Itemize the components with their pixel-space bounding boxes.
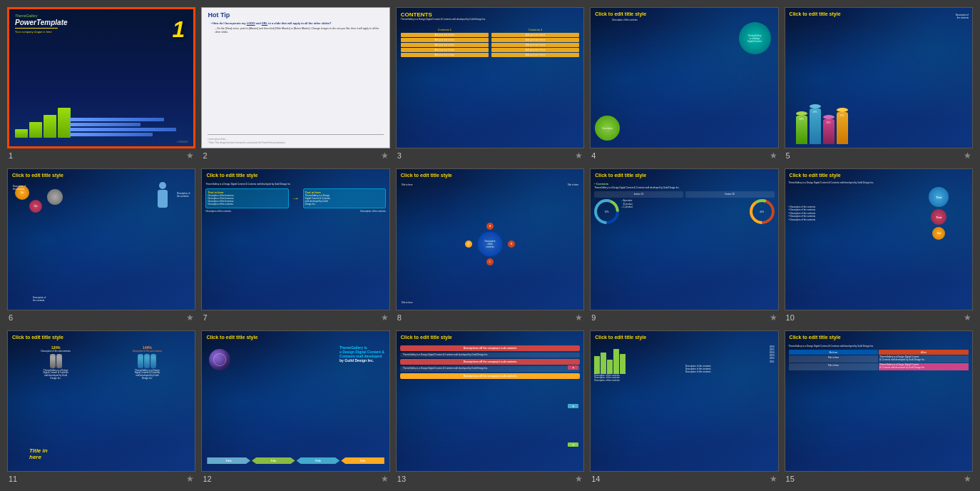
slide-footer-11: 11 ★	[7, 472, 195, 486]
slide-star-4[interactable]: ★	[770, 151, 777, 161]
slide-footer-7: 7 ★	[201, 310, 389, 325]
slide-footer-4: 4 ★	[590, 148, 778, 163]
slide-footer-10: 10 ★	[785, 310, 973, 325]
slide-thumb-13[interactable]: Click to edit title style Descriptions o…	[396, 330, 584, 472]
slide-footer-15: 15 ★	[785, 472, 973, 486]
slide-number-13: 13	[397, 475, 406, 483]
slide-thumb-10[interactable]: Click to edit title style ThemeGallery i…	[785, 168, 973, 310]
slide-thumb-12[interactable]: Click to edit title style ThemeGallery i…	[201, 330, 389, 472]
slide-number-5: 5	[786, 151, 790, 160]
slide-star-13[interactable]: ★	[575, 474, 583, 484]
slide-star-14[interactable]: ★	[770, 474, 777, 484]
slide-thumb-6[interactable]: Click to edit title style Title Title	[7, 168, 195, 310]
slide-item-6[interactable]: Click to edit title style Title Title	[7, 168, 195, 324]
slide-thumb-3[interactable]: CONTENTS ThemeGallery is a Design Digita…	[396, 7, 584, 148]
slide-footer-12: 12 ★	[201, 472, 389, 486]
slide-thumb-5[interactable]: Click to edit title style 38% 50% 35% 4	[785, 7, 973, 148]
slide-star-8[interactable]: ★	[575, 313, 583, 323]
slide-thumb-11[interactable]: Click to edit title style 120% Descripti…	[7, 330, 195, 472]
slide-star-12[interactable]: ★	[381, 474, 389, 484]
slide-footer-1: 1 ★	[7, 148, 195, 163]
slide-number-2: 2	[203, 151, 207, 160]
slide-footer-3: 3 ★	[396, 148, 584, 163]
slide-number-4: 4	[591, 151, 596, 160]
slide-star-5[interactable]: ★	[964, 151, 971, 161]
slide-star-11[interactable]: ★	[186, 474, 194, 484]
slide-footer-9: 9 ★	[590, 310, 778, 325]
slide-thumb-15[interactable]: Click to edit title style ThemeGallery i…	[785, 330, 973, 472]
slide-item-5[interactable]: Click to edit title style 38% 50% 35% 4	[785, 7, 973, 163]
slide-number-10: 10	[786, 313, 795, 322]
slide-grid: ThemeGallery PowerTemplate Your company …	[7, 7, 973, 486]
slide-thumb-2[interactable]: Hot Tip • How do I Incorporate my LOGO a…	[201, 7, 389, 148]
slide-star-15[interactable]: ★	[964, 474, 971, 484]
slide-star-6[interactable]: ★	[186, 313, 194, 323]
slide-number-15: 15	[786, 475, 795, 483]
slide-number-14: 14	[591, 475, 600, 483]
slide-footer-8: 8 ★	[396, 310, 584, 325]
slide-item-3[interactable]: CONTENTS ThemeGallery is a Design Digita…	[396, 7, 584, 163]
slide-thumb-14[interactable]: Click to edit title style Description of…	[590, 330, 778, 472]
slide-star-10[interactable]: ★	[964, 313, 971, 323]
slide-footer-14: 14 ★	[590, 472, 778, 486]
slide-item-11[interactable]: Click to edit title style 120% Descripti…	[7, 330, 195, 486]
slide-item-14[interactable]: Click to edit title style Description of…	[590, 330, 778, 486]
slide-thumb-4[interactable]: Click to edit title style ThemeGalleryis…	[590, 7, 778, 148]
slide-number-7: 7	[203, 313, 207, 322]
slide-item-9[interactable]: Click to edit title style • Contents The…	[590, 168, 778, 324]
slide-footer-5: 5 ★	[785, 148, 973, 163]
slide-item-15[interactable]: Click to edit title style ThemeGallery i…	[785, 330, 973, 486]
slide-number-9: 9	[591, 313, 596, 322]
slide-item-2[interactable]: Hot Tip • How do I Incorporate my LOGO a…	[201, 7, 389, 163]
slide-item-1[interactable]: ThemeGallery PowerTemplate Your company …	[7, 7, 195, 163]
slide-star-1[interactable]: ★	[186, 151, 194, 161]
slide-thumb-7[interactable]: Click to edit title style ThemeGallery i…	[201, 168, 389, 310]
slide-footer-2: 2 ★	[201, 148, 389, 163]
slide-item-12[interactable]: Click to edit title style ThemeGallery i…	[201, 330, 389, 486]
slide-thumb-1[interactable]: ThemeGallery PowerTemplate Your company …	[7, 7, 195, 148]
slide-footer-13: 13 ★	[396, 472, 584, 486]
slide-star-7[interactable]: ★	[381, 313, 389, 323]
slide-item-8[interactable]: Click to edit title style Descriptionof …	[396, 168, 584, 324]
slide-star-2[interactable]: ★	[381, 151, 389, 161]
slide-item-10[interactable]: Click to edit title style ThemeGallery i…	[785, 168, 973, 324]
slide-item-4[interactable]: Click to edit title style ThemeGalleryis…	[590, 7, 778, 163]
slide-item-13[interactable]: Click to edit title style Descriptions o…	[396, 330, 584, 486]
slide-thumb-9[interactable]: Click to edit title style • Contents The…	[590, 168, 778, 310]
slide-item-7[interactable]: Click to edit title style ThemeGallery i…	[201, 168, 389, 324]
slide-number-11: 11	[9, 475, 17, 483]
slide-number-1: 1	[9, 151, 13, 160]
slide-thumb-8[interactable]: Click to edit title style Descriptionof …	[396, 168, 584, 310]
slide-star-9[interactable]: ★	[770, 313, 777, 323]
slide-footer-6: 6 ★	[7, 310, 195, 325]
slide-number-3: 3	[397, 151, 402, 160]
slide-number-12: 12	[203, 475, 211, 483]
slide-star-3[interactable]: ★	[575, 151, 583, 161]
slide-number-8: 8	[397, 313, 402, 322]
slide-number-6: 6	[9, 313, 13, 322]
